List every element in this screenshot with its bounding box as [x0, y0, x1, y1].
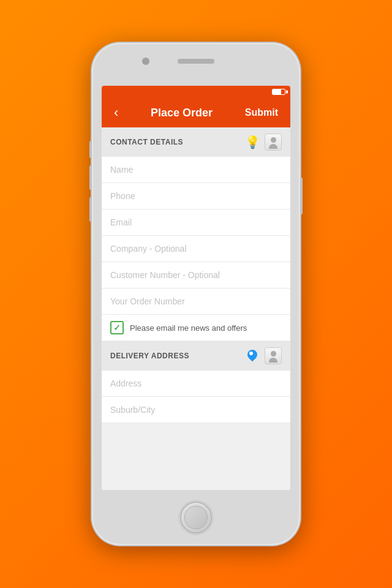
newsletter-checkbox-row[interactable]: ✓ Please email me news and offers	[102, 315, 290, 341]
avatar-head	[271, 137, 276, 143]
contact-book-icon[interactable]	[265, 134, 282, 151]
customer-number-field-row	[102, 262, 290, 288]
email-field-row	[102, 209, 290, 236]
avatar-body	[269, 358, 277, 363]
avatar-head	[271, 351, 276, 356]
name-input[interactable]	[110, 165, 282, 175]
address-input[interactable]	[110, 379, 282, 388]
pin-dot	[249, 352, 253, 355]
phone-shell: ‹ Place Order Submit CONTACT DETAILS 💡	[92, 43, 300, 545]
avatar	[269, 137, 277, 150]
newsletter-checkbox[interactable]: ✓	[110, 321, 124, 334]
avatar	[269, 351, 277, 364]
volume-down-button[interactable]	[89, 197, 92, 222]
delivery-section-title: DELIVERY ADDRESS	[110, 352, 189, 360]
screen: ‹ Place Order Submit CONTACT DETAILS 💡	[102, 86, 290, 490]
email-input[interactable]	[110, 217, 282, 227]
delivery-contact-icon[interactable]	[265, 347, 282, 364]
pin-shape	[247, 350, 257, 362]
customer-number-input[interactable]	[110, 270, 282, 280]
delivery-section-header: DELIVERY ADDRESS	[102, 341, 290, 371]
content-area: CONTACT DETAILS 💡	[102, 127, 290, 490]
nav-bar: ‹ Place Order Submit	[102, 98, 290, 127]
delivery-section-icons	[244, 347, 282, 364]
name-field-row	[102, 157, 290, 183]
phone-input[interactable]	[110, 191, 282, 201]
company-input[interactable]	[110, 244, 282, 254]
contact-section-icons: 💡	[244, 134, 282, 151]
front-camera	[142, 58, 149, 65]
volume-up-button[interactable]	[89, 165, 92, 190]
contact-fields-list	[102, 157, 290, 315]
battery-icon	[272, 89, 285, 95]
delivery-fields-list	[102, 371, 290, 423]
phone-field-row	[102, 183, 290, 209]
order-number-input[interactable]	[110, 296, 282, 306]
address-field-row	[102, 371, 290, 397]
mute-button[interactable]	[89, 141, 92, 158]
suburb-field-row	[102, 397, 290, 423]
battery-fill	[273, 89, 281, 94]
phone-top	[92, 43, 300, 86]
power-button[interactable]	[300, 178, 303, 214]
location-pin-icon[interactable]	[244, 347, 261, 364]
phone-bottom	[180, 490, 212, 545]
contact-section-title: CONTACT DETAILS	[110, 138, 183, 146]
back-button[interactable]: ‹	[109, 102, 123, 123]
home-button[interactable]	[180, 502, 212, 533]
home-button-inner	[184, 506, 208, 529]
avatar-body	[269, 144, 277, 149]
checkmark-icon: ✓	[113, 323, 121, 333]
lightbulb-icon[interactable]: 💡	[244, 134, 261, 151]
suburb-input[interactable]	[110, 405, 282, 415]
earpiece-speaker	[178, 59, 214, 64]
submit-button[interactable]: Submit	[240, 105, 283, 121]
order-number-field-row	[102, 288, 290, 315]
contact-section-header: CONTACT DETAILS 💡	[102, 127, 290, 157]
page-title: Place Order	[123, 107, 239, 119]
newsletter-label: Please email me news and offers	[130, 323, 247, 333]
status-bar	[102, 86, 290, 98]
company-field-row	[102, 236, 290, 262]
